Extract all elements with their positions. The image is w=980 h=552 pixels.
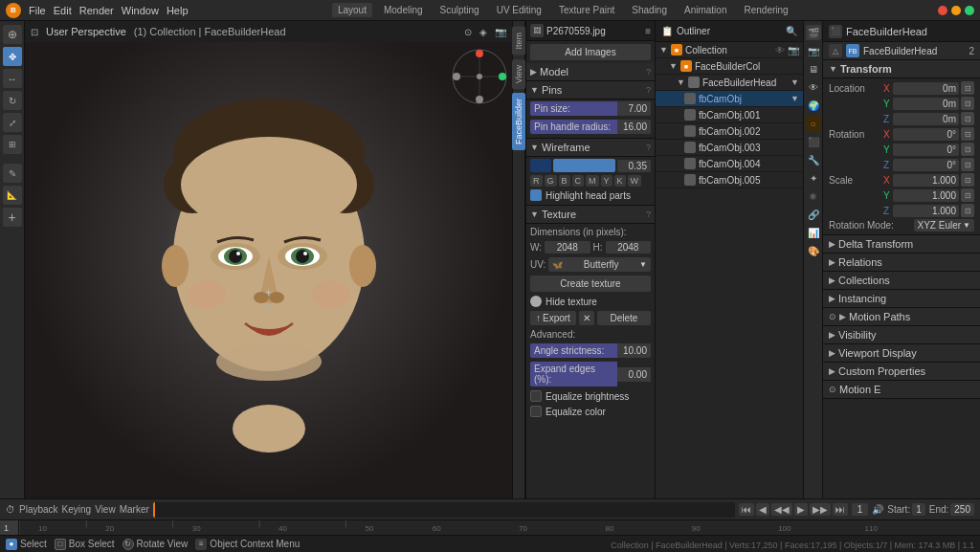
tool-move[interactable]: ↔ [3, 69, 22, 88]
ws-uvs[interactable]: UV Editing [491, 3, 547, 17]
pin-handle-value-bg[interactable]: 16.00 [617, 120, 651, 134]
psi-object-icon[interactable]: ⬛ [806, 134, 821, 149]
vtab-facebuilder[interactable]: FaceBuilder [512, 93, 525, 150]
hide-texture-row[interactable]: Hide texture [526, 294, 655, 309]
outliner-item-fbcamobj003[interactable]: fbCamObj.003 [656, 140, 803, 156]
relations-section[interactable]: ▶ Relations [823, 254, 980, 272]
image-menu-icon[interactable]: ≡ [645, 26, 651, 36]
scale-x-input[interactable]: 1.000 [893, 174, 959, 187]
scale-z-btn[interactable]: ⊡ [961, 204, 974, 217]
ws-textures[interactable]: Texture Paint [553, 3, 620, 17]
timeline-editor-icon[interactable]: ⏱ [6, 504, 15, 515]
outliner-item-fbcamobj[interactable]: fbCamObj ▼ [656, 91, 803, 107]
scale-y-btn[interactable]: ⊡ [961, 188, 974, 202]
outliner-item-fbcamobj002[interactable]: fbCamObj.002 [656, 123, 803, 140]
height-input[interactable]: 2048 [606, 241, 651, 254]
psi-data-icon[interactable]: 📊 [806, 225, 821, 240]
ws-layout[interactable]: Layout [332, 3, 372, 17]
step-fwd-btn[interactable]: ▶▶ [810, 503, 831, 516]
channel-G[interactable]: G [545, 175, 557, 187]
visibility-section[interactable]: ▶ Visibility [823, 326, 980, 344]
motion-e-section[interactable]: ⊙ Motion E [823, 381, 980, 399]
outliner-item-fbcamobj004[interactable]: fbCamObj.004 [656, 156, 803, 172]
scale-z-input[interactable]: 1.000 [893, 205, 959, 217]
rotation-y-btn[interactable]: ⊡ [961, 143, 974, 156]
skip-to-end-btn[interactable]: ⏭ [833, 503, 848, 516]
pins-section-header[interactable]: ▼ Pins ? [526, 81, 655, 99]
dot-green[interactable] [965, 6, 974, 15]
col-eye-icon[interactable]: 👁 [775, 45, 785, 55]
channel-B[interactable]: B [559, 175, 570, 187]
outliner-item-collection[interactable]: ▼ ■ Collection 👁 📷 [656, 42, 803, 58]
channel-W[interactable]: W [628, 175, 642, 187]
context-menu-status[interactable]: ≡ Object Context Menu [195, 539, 300, 550]
psi-view-icon[interactable]: 👁 [806, 79, 821, 95]
wireframe-value-input[interactable]: 0.35 [617, 160, 651, 172]
select-status[interactable]: ● Select [6, 539, 47, 550]
location-x-input[interactable]: 0m [893, 82, 959, 95]
width-input[interactable]: 2048 [545, 241, 590, 254]
delta-transform-section[interactable]: ▶ Delta Transform [823, 234, 980, 254]
psi-render-icon[interactable]: 📷 [806, 43, 821, 58]
transform-header[interactable]: ▼ Transform [823, 60, 980, 78]
channel-R[interactable]: R [530, 175, 543, 187]
delete-x-icon[interactable]: ✕ [579, 311, 594, 325]
tool-rotate[interactable]: ↻ [3, 91, 22, 110]
skip-to-start-btn[interactable]: ⏮ [739, 503, 754, 516]
viewport-camera-icon[interactable]: 📷 [495, 27, 506, 37]
add-images-btn[interactable]: Add Images [530, 44, 651, 60]
rotate-view-status[interactable]: ↻ Rotate View [122, 539, 189, 550]
frame-display[interactable]: 1 [852, 503, 869, 516]
eq-bright-checkbox[interactable] [530, 390, 542, 402]
delete-btn[interactable]: Delete [597, 311, 651, 325]
tool-scale[interactable]: ⤢ [3, 113, 22, 132]
dot-red[interactable] [938, 6, 947, 15]
color-swatch-dark[interactable] [530, 159, 551, 172]
psi-physics-icon[interactable]: ⚛ [806, 188, 821, 204]
step-back-btn[interactable]: ◀ [756, 503, 769, 516]
viewport-display-section[interactable]: ▶ Viewport Display [823, 344, 980, 363]
playback-label[interactable]: Playback [19, 504, 58, 515]
rotation-mode-dropdown[interactable]: XYZ Euler ▼ [914, 219, 975, 232]
ws-sculpting[interactable]: Sculpting [434, 3, 485, 17]
marker-label[interactable]: Marker [120, 504, 149, 515]
highlight-checkbox[interactable] [530, 189, 542, 201]
outliner-item-fbhead[interactable]: ▼ FaceBuilderHead ▼ [656, 75, 803, 91]
create-texture-btn[interactable]: Create texture [530, 276, 651, 292]
keying-label[interactable]: Keying [62, 504, 92, 515]
location-x-btn[interactable]: ⊡ [961, 81, 974, 95]
scale-y-input[interactable]: 1.000 [893, 189, 959, 202]
scale-x-btn[interactable]: ⊡ [961, 173, 974, 187]
psi-particles-icon[interactable]: ✦ [806, 170, 821, 186]
view-label[interactable]: View [95, 504, 116, 515]
dot-yellow[interactable] [951, 6, 961, 15]
tool-cursor[interactable]: ⊕ [3, 25, 22, 44]
tool-transform[interactable]: ⊞ [3, 135, 22, 154]
rotation-z-btn[interactable]: ⊡ [961, 158, 974, 171]
expand-value-bg[interactable]: 0.00 [617, 367, 651, 382]
location-y-input[interactable]: 0m [893, 98, 959, 110]
location-z-input[interactable]: 0m [893, 113, 959, 125]
channel-K[interactable]: K [614, 175, 626, 187]
rotation-x-input[interactable]: 0° [893, 128, 959, 141]
start-value-input[interactable]: 1 [912, 503, 925, 516]
box-select-status[interactable]: □ Box Select [55, 539, 115, 550]
psi-world-icon[interactable]: ○ [806, 116, 821, 131]
angle-value-bg[interactable]: 10.00 [617, 343, 651, 358]
rotation-z-input[interactable]: 0° [893, 159, 959, 171]
wireframe-section-header[interactable]: ▼ Wireframe ? [526, 138, 655, 157]
tool-select[interactable]: ✥ [3, 47, 22, 66]
collections-section[interactable]: ▶ Collections [823, 272, 980, 290]
gizmo-orbit[interactable] [451, 48, 508, 105]
psi-material-icon[interactable]: 🎨 [806, 243, 821, 258]
rotation-x-btn[interactable]: ⊡ [961, 127, 974, 141]
menu-item-file[interactable]: File [29, 5, 46, 16]
model-section-header[interactable]: ▶ Model ? [526, 63, 655, 81]
vtab-view[interactable]: View [512, 59, 525, 89]
outliner-filter-icon[interactable]: 🔍 [786, 26, 797, 36]
ws-animation[interactable]: Animation [679, 3, 732, 17]
outliner-item-fbcamobj005[interactable]: fbCamObj.005 [656, 172, 803, 188]
viewport-overlay-icon[interactable]: ⊙ [464, 27, 472, 37]
fbhead-filter-icon[interactable]: ▼ [791, 77, 799, 87]
tool-measure[interactable]: 📐 [3, 186, 22, 205]
